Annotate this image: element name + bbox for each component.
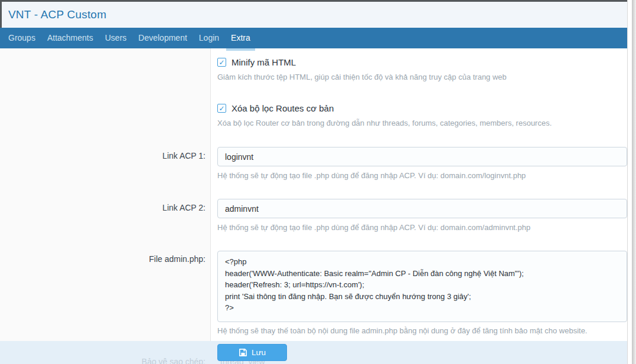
checkmark-icon: ✓ (218, 104, 224, 112)
link-acp1-input[interactable] (217, 147, 627, 166)
checkmark-icon: ✓ (218, 58, 224, 65)
remove-routes-label[interactable]: Xóa bộ lọc Routes cơ bản (231, 103, 334, 113)
link-acp1-hint: Hệ thống sẽ tự động tạo file .php dùng đ… (217, 171, 625, 180)
remove-routes-checkbox[interactable]: ✓ (217, 104, 226, 113)
label-column-background (0, 48, 211, 341)
link-acp2-hint: Hệ thống sẽ tự động tạo file .php dùng đ… (217, 223, 625, 232)
tab-bar: Groups Attachments Users Development Log… (0, 28, 627, 48)
page-title: VNT - ACP Custom (0, 8, 106, 21)
tab-attachments[interactable]: Attachments (47, 28, 93, 48)
remove-routes-hint: Xóa bộ lọc Router cơ bản trong đường dẫn… (217, 119, 625, 127)
link-acp1-label: Link ACP 1: (0, 151, 206, 160)
remove-routes-row: ✓ Xóa bộ lọc Routes cơ bản (217, 103, 334, 113)
save-footer-bar: Bảo vệ sao chép: thread_view Lưu (0, 341, 627, 364)
minify-html-checkbox[interactable]: ✓ (217, 58, 226, 67)
minify-html-row: ✓ Minify mã HTML (217, 57, 296, 67)
link-acp2-input[interactable] (217, 199, 627, 218)
page-header: VNT - ACP Custom (0, 2, 627, 28)
floppy-disk-icon (239, 348, 247, 357)
file-adminphp-label: File admin.php: (0, 254, 206, 264)
acp-options-screen: VNT - ACP Custom Groups Attachments User… (0, 0, 636, 364)
link-acp2-label: Link ACP 2: (0, 203, 206, 212)
tab-extra[interactable]: Extra (231, 28, 250, 48)
tab-login[interactable]: Login (199, 28, 219, 48)
minify-html-hint: Giảm kích thước tệp HTML, giúp cải thiện… (217, 73, 625, 81)
file-adminphp-textarea[interactable]: <?php header('WWW-Authenticate: Basic re… (217, 251, 627, 322)
obscured-copy-protect-label: Bảo vệ sao chép: (0, 357, 206, 364)
minify-html-label[interactable]: Minify mã HTML (231, 57, 296, 67)
save-button-label: Lưu (252, 348, 266, 357)
acp-window: VNT - ACP Custom Groups Attachments User… (0, 0, 628, 364)
tab-development[interactable]: Development (138, 28, 187, 48)
save-button[interactable]: Lưu (217, 344, 287, 361)
tab-users[interactable]: Users (105, 28, 127, 48)
options-form: ✓ Minify mã HTML Giảm kích thước tệp HTM… (0, 48, 627, 341)
tab-groups[interactable]: Groups (8, 28, 35, 48)
scrollbar-track[interactable] (632, 0, 636, 364)
file-adminphp-hint: Hệ thống sẽ thay thế toàn bộ nội dung fi… (217, 326, 625, 335)
window-left-border (0, 2, 2, 28)
